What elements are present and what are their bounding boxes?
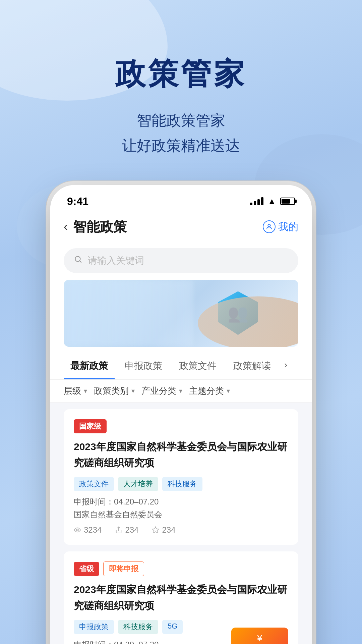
filter-category-label: 政策类别 [94, 385, 129, 397]
tab-latest-policy[interactable]: 最新政策 [64, 354, 115, 379]
level-badges-1: 国家级 [74, 419, 288, 433]
amount-badge: ¥ 扶持金额 100万~200万 [231, 628, 288, 644]
filter-row: 层级 ▾ 政策类别 ▾ 产业分类 ▾ 主题分类 ▾ [50, 380, 312, 402]
tag-tech-service: 科技服务 [162, 477, 202, 491]
phone-mockup-wrapper: 9:41 ▲ ‹ 智能政策 [0, 185, 362, 644]
banner-blur-overlay [64, 280, 193, 347]
search-icon [74, 255, 82, 266]
page-title: 智能政策 [73, 218, 127, 236]
svg-point-3 [76, 529, 78, 531]
hero-subtitle: 智能政策管家 让好政策精准送达 [0, 108, 362, 158]
filter-theme-label: 主题分类 [189, 385, 224, 397]
search-input-placeholder: 请输入关键词 [88, 254, 144, 267]
filter-industry-arrow-icon: ▾ [179, 387, 182, 395]
views-count-1: 3234 [84, 525, 102, 535]
hero-section: 政策管家 智能政策管家 让好政策精准送达 [0, 0, 362, 178]
tab-policy-file[interactable]: 政策文件 [172, 354, 223, 379]
status-icons: ▲ [250, 196, 295, 207]
filter-theme[interactable]: 主题分类 ▾ [189, 385, 230, 397]
tag-row-1: 政策文件 人才培养 科技服务 [74, 477, 288, 491]
shares-count-1: 234 [125, 525, 138, 535]
filter-level[interactable]: 层级 ▾ [64, 385, 87, 397]
tag-apply-policy: 申报政策 [74, 620, 114, 634]
tag-policy-file: 政策文件 [74, 477, 114, 491]
level-badges-2: 省级 即将申报 [74, 561, 288, 576]
battery-icon [280, 198, 295, 205]
tabs-row: 最新政策 申报政策 政策文件 政策解读 › [50, 354, 312, 380]
svg-marker-5 [153, 527, 159, 532]
tag-5g: 5G [162, 620, 183, 634]
stat-views-1: 3234 [74, 525, 102, 535]
wifi-icon: ▲ [267, 196, 276, 207]
app-header: ‹ 智能政策 我的 [50, 211, 312, 243]
phone-frame: 9:41 ▲ ‹ 智能政策 [50, 185, 312, 644]
user-label: 我的 [278, 220, 298, 234]
tab-policy-interpret[interactable]: 政策解读 [227, 354, 278, 379]
policy-org-1: 国家自然基金自然委员会 [74, 509, 288, 520]
filter-category[interactable]: 政策类别 ▾ [94, 385, 135, 397]
stats-row-1: 3234 234 234 [74, 525, 288, 535]
search-bar[interactable]: 请输入关键词 [64, 248, 298, 273]
search-bar-wrapper: 请输入关键词 [50, 243, 312, 280]
stars-count-1: 234 [162, 525, 175, 535]
tag-tech-service-2: 科技服务 [118, 620, 158, 634]
hero-subtitle-line2: 让好政策精准送达 [0, 133, 362, 158]
badge-province: 省级 [74, 562, 99, 576]
hero-title: 政策管家 [0, 54, 362, 95]
filter-industry[interactable]: 产业分类 ▾ [141, 385, 182, 397]
tab-more-icon[interactable]: › [281, 354, 291, 379]
user-button[interactable]: 我的 [263, 220, 298, 234]
policy-title-2: 2023年度国家自然科学基金委员会与国际农业研究磋商组织研究项 [74, 582, 288, 614]
user-avatar-icon [263, 220, 276, 233]
filter-level-label: 层级 [64, 385, 81, 397]
banner-image: 👥 [64, 280, 298, 347]
banner-wrapper: 👥 [50, 280, 312, 354]
badge-soon: 即将申报 [103, 561, 144, 576]
status-time: 9:41 [67, 195, 88, 208]
back-arrow-icon: ‹ [64, 220, 68, 234]
tab-apply-policy[interactable]: 申报政策 [118, 354, 169, 379]
stat-stars-1: 234 [152, 525, 175, 535]
policy-card-1[interactable]: 国家级 2023年度国家自然科学基金委员会与国际农业研究磋商组织研究项 政策文件… [64, 409, 298, 545]
content-list: 国家级 2023年度国家自然科学基金委员会与国际农业研究磋商组织研究项 政策文件… [50, 402, 312, 644]
badge-national: 国家级 [74, 419, 107, 433]
svg-line-2 [80, 261, 81, 263]
hero-subtitle-line1: 智能政策管家 [0, 108, 362, 133]
svg-point-0 [268, 224, 270, 227]
stat-shares-1: 234 [115, 525, 138, 535]
tag-talent: 人才培养 [118, 477, 158, 491]
policy-title-1: 2023年度国家自然科学基金委员会与国际农业研究磋商组织研究项 [74, 439, 288, 471]
amount-yuan-icon: ¥ [238, 633, 282, 644]
policy-date-1: 申报时间：04.20–07.20 [74, 496, 288, 507]
signal-icon [250, 197, 263, 205]
filter-category-arrow-icon: ▾ [131, 387, 135, 395]
svg-point-1 [75, 256, 80, 261]
policy-card-2-wrapper: 省级 即将申报 2023年度国家自然科学基金委员会与国际农业研究磋商组织研究项 … [64, 551, 298, 644]
back-button[interactable]: ‹ 智能政策 [64, 218, 127, 236]
status-bar: 9:41 ▲ [50, 185, 312, 211]
filter-industry-label: 产业分类 [141, 385, 176, 397]
filter-level-arrow-icon: ▾ [84, 387, 87, 395]
filter-theme-arrow-icon: ▾ [227, 387, 230, 395]
